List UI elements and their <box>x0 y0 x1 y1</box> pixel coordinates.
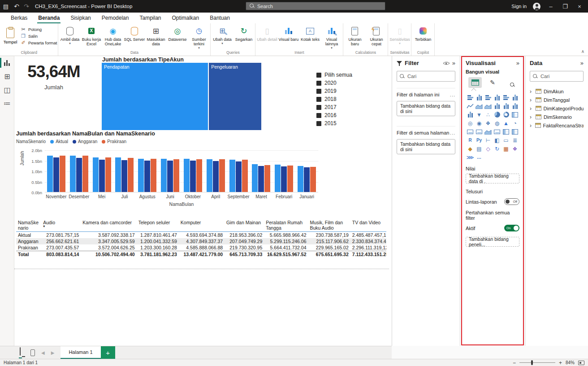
dax-query-view-icon[interactable]: ≔ <box>0 96 14 110</box>
card-icon[interactable] <box>466 127 475 136</box>
more-options-icon[interactable]: ... <box>450 130 455 135</box>
metrics-icon[interactable]: ◆ <box>466 144 475 153</box>
slicer-item-2020[interactable]: 2020 <box>316 79 384 87</box>
smart-narrative-icon[interactable]: ≣ <box>510 136 519 144</box>
scatter-chart-icon[interactable]: ∴ <box>484 110 493 119</box>
ribbon-chart-icon[interactable] <box>510 102 519 110</box>
bar-chart-visual[interactable]: Jumlah berdasarkan NamaBulan dan NamaSke… <box>16 131 391 218</box>
paginated-report-icon[interactable]: ▤ <box>475 144 484 153</box>
ribbon-button-ubah-data[interactable]: Ubah data▾ <box>212 25 233 50</box>
slicer-item-2015[interactable]: 2015 <box>316 119 384 127</box>
ribbon-button-ambil-data[interactable]: Ambil data▾ <box>59 25 80 50</box>
mobile-layout-icon[interactable] <box>30 349 35 356</box>
expand-chevron-icon[interactable]: › <box>530 105 533 112</box>
stacked-bar-chart-icon[interactable] <box>466 93 475 102</box>
bar-anggaran-april[interactable] <box>213 161 219 192</box>
bar-aktual-agustus[interactable] <box>138 159 144 192</box>
legend-item-aktual[interactable]: Aktual <box>50 139 68 144</box>
desktop-layout-icon[interactable] <box>20 347 21 356</box>
ribbon-button-ukuran-baru[interactable]: Ukuran baru <box>344 25 365 50</box>
fit-to-page-icon[interactable] <box>578 361 584 365</box>
line-stacked-column-chart-icon[interactable] <box>493 102 502 110</box>
undo-icon[interactable]: ↶ <box>12 3 22 10</box>
legend-item-prakiraan[interactable]: Prakiraan <box>102 139 126 144</box>
data-table-faktarencanastrategi[interactable]: ›FaktaRencanaStrategi <box>530 121 584 130</box>
bar-aktual-februari[interactable] <box>275 165 281 192</box>
data-table-dimakun[interactable]: ›DimAkun <box>530 87 584 96</box>
bar-anggaran-juni[interactable] <box>167 161 173 192</box>
waterfall-chart-icon[interactable] <box>466 110 475 119</box>
bar-prakiraan-maret[interactable] <box>264 165 270 192</box>
add-page-button[interactable]: + <box>101 346 115 359</box>
arcgis-map-icon[interactable]: ◍ <box>493 119 502 127</box>
zoom-slider-handle[interactable] <box>531 360 533 365</box>
search-input[interactable]: Search <box>246 2 385 10</box>
sample-visual-icon[interactable]: ▦ <box>502 144 510 153</box>
collapse-data-panel-icon[interactable]: » <box>580 60 584 66</box>
gauge-icon[interactable]: ◔ <box>510 119 519 127</box>
checkbox-icon[interactable] <box>316 73 321 78</box>
previous-page-icon[interactable]: ◀ <box>41 350 45 355</box>
ribbon-button-visual-baru[interactable]: Visual baru <box>278 25 299 50</box>
multi-row-card-icon[interactable] <box>475 127 484 136</box>
column-header-kamera-dan-camcorder[interactable]: Kamera dan camcorder <box>81 219 136 232</box>
shape-map-icon[interactable]: ❖ <box>484 119 493 127</box>
redo-icon[interactable]: ↷ <box>22 3 31 10</box>
ribbon-button-dataverse[interactable]: Dataverse <box>167 25 188 50</box>
expand-chevron-icon[interactable]: › <box>530 114 533 120</box>
bar-prakiraan-desember[interactable] <box>82 156 88 192</box>
close-button[interactable]: × <box>575 3 584 10</box>
bar-anggaran-maret[interactable] <box>258 166 264 192</box>
active-toggle[interactable]: On <box>504 225 519 231</box>
line-clustered-column-chart-icon[interactable] <box>502 102 510 110</box>
drillthrough-dropzone[interactable]: Tambahkan bidang peneli... <box>466 237 519 247</box>
hundred-stacked-column-chart-icon[interactable] <box>493 93 502 102</box>
report-view-icon[interactable] <box>0 56 14 70</box>
slicer-item-pilih-semua[interactable]: Pilih semua <box>316 71 384 79</box>
ribbon-button-masukkan-data[interactable]: Masukkan data <box>145 25 166 50</box>
collapse-viz-panel-icon[interactable]: » <box>516 60 519 66</box>
bar-aktual-desember[interactable] <box>70 156 76 192</box>
ribbon-button-hub-data-onelake[interactable]: Hub data OneLake <box>102 25 123 50</box>
zoom-out-button[interactable]: − <box>513 360 516 366</box>
data-table-dimskenario[interactable]: ›DimSkenario <box>530 113 584 121</box>
column-header-gim-dan-mainan[interactable]: Gim dan Mainan <box>225 219 264 232</box>
menu-tab-beranda[interactable]: Beranda <box>33 13 65 23</box>
values-dropzone[interactable]: Tambahkan bidang data di . <box>466 174 519 183</box>
matrix-icon[interactable] <box>510 127 519 136</box>
menu-tab-optimalkan[interactable]: Optimalkan <box>167 13 205 23</box>
treemap-node-pengeluaran[interactable]: Pengeluaran <box>209 63 261 130</box>
collapse-filter-panel-icon[interactable]: » <box>452 60 455 66</box>
bar-aktual-juli[interactable] <box>115 157 121 192</box>
ribbon-button-sumber-terkini[interactable]: Sumber terkini▾ <box>188 25 209 50</box>
bar-prakiraan-november[interactable] <box>60 156 65 192</box>
slicer-item-2018[interactable]: 2018 <box>316 95 384 103</box>
area-chart-icon[interactable] <box>475 102 484 110</box>
card-visual[interactable]: 53,64M Jumlah <box>18 62 90 98</box>
column-header-tv-dan-video[interactable]: TV dan Video <box>350 219 386 232</box>
bar-anggaran-januari[interactable] <box>304 167 310 192</box>
legend-item-anggaran[interactable]: Anggaran <box>73 139 97 144</box>
slicer-item-2019[interactable]: 2019 <box>316 87 384 95</box>
ribbon-button-buku-kerja-excel[interactable]: Buku kerja Excel <box>81 25 102 50</box>
stacked-area-chart-icon[interactable] <box>484 102 493 110</box>
bar-prakiraan-januari[interactable] <box>310 167 316 192</box>
hundred-stacked-bar-chart-icon[interactable] <box>484 93 493 102</box>
key-influencers-icon[interactable]: ◧ <box>493 136 502 144</box>
data-table-dimtanggal[interactable]: ›DimTanggal <box>530 96 584 104</box>
treemap-node-pendapatan[interactable]: Pendapatan <box>102 63 208 130</box>
bar-anggaran-oktober[interactable] <box>190 161 196 192</box>
eye-icon[interactable] <box>443 61 450 66</box>
bar-prakiraan-april[interactable] <box>219 159 225 192</box>
column-header-audio[interactable]: Audio▾ <box>41 219 81 232</box>
model-view-icon[interactable]: ◫ <box>0 83 14 96</box>
sign-in-button[interactable]: Sign in <box>511 4 527 9</box>
slicer-item-2017[interactable]: 2017 <box>316 103 384 111</box>
menu-tab-sisipkan[interactable]: Sisipkan <box>65 13 96 23</box>
r-script-icon[interactable]: R <box>466 136 475 144</box>
ribbon-button-salin[interactable]: Salin <box>20 33 57 39</box>
format-visual-tab[interactable]: ✎ <box>486 77 499 88</box>
report-canvas[interactable]: 53,64M Jumlah Jumlah berdasarkan TipeAku… <box>14 56 391 346</box>
bar-anggaran-november[interactable] <box>53 157 59 192</box>
stacked-column-chart-icon[interactable] <box>475 93 484 102</box>
